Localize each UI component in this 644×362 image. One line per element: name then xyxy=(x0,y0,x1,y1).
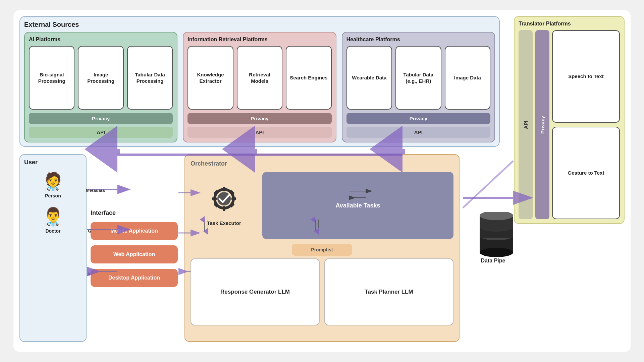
data-pipe-section: Data Pipe xyxy=(466,178,520,298)
external-sources-container: External Sources AI Platforms Bio-signal… xyxy=(19,16,500,147)
svg-rect-3 xyxy=(223,206,225,211)
person-label: Person xyxy=(45,193,61,198)
health-privacy-bar: Privacy xyxy=(346,113,490,124)
translator-inner: API Privacy Speech to Text Gesture to Te… xyxy=(519,30,620,219)
interface-label: Interface xyxy=(91,209,178,217)
orchestrator-bottom: Response Generator LLM Task Planner LLM xyxy=(191,258,453,325)
image-processing-module: Image Processing xyxy=(78,46,123,110)
info-api-bar: API xyxy=(187,127,331,138)
ai-api-bar: API xyxy=(29,127,173,138)
gear-icon xyxy=(211,185,237,218)
knowledge-extractor-module: Knowledge Extractor xyxy=(187,46,233,110)
task-planner-box: Task Planner LLM xyxy=(324,258,453,325)
gesture-to-text-module: Gesture to Text xyxy=(552,127,620,219)
info-platforms-box: Information Retrieval Platforms Knowledg… xyxy=(183,32,336,142)
orchestrator-label: Orchestrator xyxy=(191,160,453,167)
ai-modules-row: Bio-signal Processing Image Processing T… xyxy=(29,46,173,110)
search-engines-module: Search Engines xyxy=(286,46,331,110)
svg-point-12 xyxy=(480,248,513,257)
translator-api-col: API xyxy=(519,30,533,219)
doctor-icon: 👨‍⚕️ xyxy=(42,206,64,227)
health-modules-row: Wearable Data Tabular Data (e.g., EHR) I… xyxy=(346,46,490,110)
health-platforms-label: Healthcare Platforms xyxy=(346,37,490,43)
info-modules-row: Knowledge Extractor Retrieval Models Sea… xyxy=(187,46,331,110)
retrieval-models-module: Retrieval Models xyxy=(237,46,282,110)
tabular-ehr-module: Tabular Data (e.g., EHR) xyxy=(395,46,441,110)
translator-modules-col: Speech to Text Gesture to Text xyxy=(552,30,620,219)
interface-apps: Mobile Application Web Application Deskt… xyxy=(91,222,178,287)
info-platforms-label: Information Retrieval Platforms xyxy=(187,37,331,43)
tabular-data-module: Tabular Data Processing xyxy=(127,46,173,110)
ai-platforms-label: AI Platforms xyxy=(29,37,173,43)
translator-privacy-col: Privacy xyxy=(535,30,549,219)
cylinder-icon xyxy=(476,212,510,252)
speech-to-text-module: Speech to Text xyxy=(552,30,620,123)
orchestrator-section: Orchestrator xyxy=(184,154,460,342)
task-executor-label: Task Executor xyxy=(207,220,241,226)
svg-rect-4 xyxy=(212,197,217,200)
ai-privacy-bar: Privacy xyxy=(29,113,173,124)
mobile-application-box: Mobile Application xyxy=(91,222,178,240)
external-sources-label: External Sources xyxy=(24,21,495,28)
interface-section: Interface Mobile Application Web Applica… xyxy=(91,154,178,342)
svg-rect-5 xyxy=(231,197,236,200)
info-privacy-bar: Privacy xyxy=(187,113,331,124)
orchestrator-top: Task Executor Available Tasks xyxy=(191,172,453,239)
person-icon: 🧑‍⚕️ xyxy=(42,171,64,192)
image-data-module: Image Data xyxy=(445,46,490,110)
health-api-bar: API xyxy=(346,127,490,138)
desktop-application-box: Desktop Application xyxy=(91,269,178,287)
translator-label: Translator Platforms xyxy=(519,21,620,27)
promptist-box: Promptist xyxy=(292,244,352,256)
promptist-row: Promptist xyxy=(191,244,453,256)
doctor-label: Doctor xyxy=(45,228,60,234)
svg-rect-2 xyxy=(223,187,225,191)
biosignal-module: Bio-signal Processing xyxy=(29,46,74,110)
health-platforms-box: Healthcare Platforms Wearable Data Tabul… xyxy=(342,32,495,142)
user-section: User 🧑‍⚕️ Person 👨‍⚕️ Doctor xyxy=(19,154,87,342)
task-executor-box: Task Executor xyxy=(191,172,258,239)
translator-platforms-box: Translator Platforms API Privacy Speech … xyxy=(514,16,625,224)
platforms-row: AI Platforms Bio-signal Processing Image… xyxy=(24,32,495,142)
user-label: User xyxy=(24,159,38,166)
web-application-box: Web Application xyxy=(91,245,178,263)
available-tasks-box: Available Tasks xyxy=(262,172,453,239)
ai-platforms-box: AI Platforms Bio-signal Processing Image… xyxy=(24,32,177,142)
response-generator-box: Response Generator LLM xyxy=(191,258,320,325)
wearable-data-module: Wearable Data xyxy=(346,46,392,110)
svg-point-17 xyxy=(480,222,513,232)
diagram: External Sources AI Platforms Bio-signal… xyxy=(13,10,631,352)
